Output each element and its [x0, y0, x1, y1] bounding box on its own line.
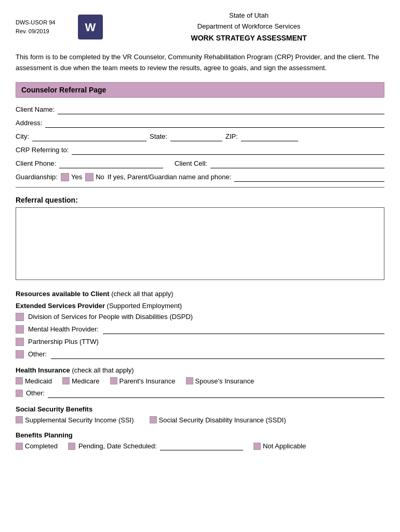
city-state-zip-row: City: State: ZIP: [16, 132, 384, 141]
address-row: Address: [16, 118, 384, 128]
guardianship-row: Guardianship: Yes No If yes, Parent/Guar… [16, 172, 384, 182]
ss-options-row: Supplemental Security Income (SSI) Socia… [16, 416, 384, 424]
bp-pending-checkbox[interactable] [68, 443, 75, 450]
referral-question-textarea[interactable] [16, 207, 384, 280]
address-input[interactable] [45, 118, 384, 128]
medicaid-item[interactable]: Medicaid [16, 377, 52, 385]
bp-pending-date-input[interactable] [160, 442, 243, 450]
health-other-checkbox[interactable] [16, 390, 23, 397]
extended-checkbox-0[interactable] [16, 313, 24, 321]
extended-label-0: Division of Services for People with Dis… [28, 313, 193, 321]
header-titles: State of Utah Department of Workforce Se… [113, 10, 384, 44]
counselor-referral-header: Counselor Referral Page [16, 82, 384, 98]
extended-checkbox-1[interactable] [16, 325, 24, 334]
guardianship-yes-item[interactable]: Yes [61, 173, 82, 181]
social-security-section: Social Security Benefits Supplemental Se… [16, 405, 384, 424]
header-dept: Department of Workforce Services [113, 21, 384, 32]
bp-completed-item[interactable]: Completed [16, 442, 58, 450]
bp-na-item[interactable]: Not Applicable [254, 442, 306, 450]
health-title: Health Insurance [16, 366, 70, 374]
no-checkbox[interactable] [85, 173, 94, 181]
phone-input[interactable] [59, 159, 163, 168]
resources-title: Resources available to Client [16, 290, 110, 298]
medicaid-label: Medicaid [25, 377, 52, 385]
health-other-label: Other: [26, 389, 45, 397]
extended-item-1: Mental Health Provider: [16, 325, 384, 334]
page-header: DWS-USOR 94 Rev. 09/2019 W State of Utah… [16, 10, 384, 44]
medicare-label: Medicare [72, 377, 99, 385]
medicare-item[interactable]: Medicare [62, 377, 99, 385]
spouses-insurance-item[interactable]: Spouse's Insurance [186, 377, 255, 385]
state-input[interactable] [170, 132, 222, 141]
extended-item-2: Partnership Plus (TTW) [16, 338, 384, 346]
bp-title: Benefits Planning [16, 431, 384, 439]
mental-health-input[interactable] [103, 325, 384, 334]
cell-input[interactable] [210, 159, 384, 168]
ssdi-label: Social Security Disability Insurance (SS… [159, 416, 286, 424]
yes-label: Yes [71, 173, 82, 181]
crp-label: CRP Referring to: [16, 146, 69, 154]
extended-label-3: Other: [28, 350, 47, 358]
extended-label-2: Partnership Plus (TTW) [28, 338, 99, 345]
parents-insurance-item[interactable]: Parent's Insurance [110, 377, 176, 385]
bp-na-checkbox[interactable] [254, 443, 261, 450]
extended-title: Extended Services Provider [16, 302, 105, 310]
extended-title-row: Extended Services Provider (Supported Em… [16, 302, 384, 310]
resources-subtitle: (check all that apply) [111, 290, 173, 298]
health-other-row: Other: [16, 389, 384, 398]
header-title: WORK STRATEGY ASSESSMENT [113, 32, 384, 44]
ssi-checkbox[interactable] [16, 416, 23, 423]
phone-label: Client Phone: [16, 159, 56, 167]
crp-input[interactable] [72, 145, 384, 155]
benefits-planning-section: Benefits Planning Completed Pending, Dat… [16, 431, 384, 450]
zip-label: ZIP: [225, 132, 238, 140]
extended-checkbox-3[interactable] [16, 350, 24, 358]
health-insurance-section: Health Insurance (check all that apply) … [16, 366, 384, 398]
health-other-input[interactable] [48, 389, 384, 398]
extended-label-1: Mental Health Provider: [28, 325, 99, 333]
guardian-info-input[interactable] [234, 172, 384, 182]
counselor-referral-title: Counselor Referral Page [21, 86, 106, 94]
extended-checkbox-2[interactable] [16, 338, 24, 346]
cell-label: Client Cell: [175, 159, 207, 167]
ssdi-checkbox[interactable] [150, 416, 157, 423]
no-label: No [96, 173, 104, 181]
health-options-row: Medicaid Medicare Parent's Insurance Spo… [16, 377, 384, 385]
medicaid-checkbox[interactable] [16, 377, 23, 384]
extended-other-input[interactable] [51, 350, 384, 359]
bp-pending-item[interactable]: Pending, Date Scheduled: [68, 442, 243, 450]
guardianship-no-item[interactable]: No [85, 173, 104, 181]
yes-checkbox[interactable] [61, 173, 69, 181]
ssi-label: Supplemental Security Income (SSI) [25, 416, 134, 424]
city-label: City: [16, 132, 29, 140]
referral-question-label: Referral question: [16, 196, 384, 204]
dws-logo: W [78, 15, 103, 39]
bp-options-row: Completed Pending, Date Scheduled: Not A… [16, 442, 384, 450]
health-title-row: Health Insurance (check all that apply) [16, 366, 384, 374]
medicare-checkbox[interactable] [62, 377, 70, 384]
client-name-input[interactable] [58, 105, 384, 114]
spouses-insurance-label: Spouse's Insurance [195, 377, 255, 385]
svg-text:W: W [85, 21, 96, 34]
health-subtitle: (check all that apply) [72, 366, 134, 374]
section-divider [16, 187, 384, 188]
parents-insurance-checkbox[interactable] [110, 377, 117, 384]
resources-section: Resources available to Client (check all… [16, 290, 384, 359]
state-label: State: [150, 132, 167, 140]
resources-title-row: Resources available to Client (check all… [16, 290, 384, 298]
header-state: State of Utah [113, 10, 384, 21]
city-input[interactable] [32, 132, 146, 141]
extended-subtitle: (Supported Employment) [107, 302, 182, 310]
guardianship-label: Guardianship: [16, 173, 58, 181]
client-name-row: Client Name: [16, 105, 384, 114]
form-id-block: DWS-USOR 94 Rev. 09/2019 [16, 18, 68, 35]
form-rev: Rev. 09/2019 [16, 27, 68, 36]
zip-input[interactable] [241, 132, 298, 141]
crp-row: CRP Referring to: [16, 145, 384, 155]
ssdi-item[interactable]: Social Security Disability Insurance (SS… [150, 416, 286, 424]
bp-completed-checkbox[interactable] [16, 443, 23, 450]
guardian-info-label: If yes, Parent/Guardian name and phone: [108, 173, 232, 181]
ssi-item[interactable]: Supplemental Security Income (SSI) [16, 416, 134, 424]
bp-completed-label: Completed [25, 442, 58, 450]
spouses-insurance-checkbox[interactable] [186, 377, 193, 384]
